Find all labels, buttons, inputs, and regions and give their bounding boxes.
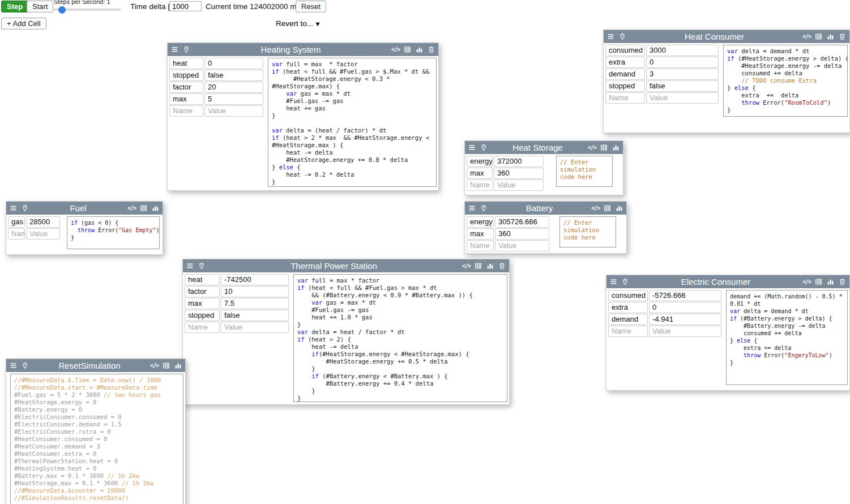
chart-view-icon[interactable] — [612, 143, 620, 152]
chart-view-icon[interactable] — [174, 361, 182, 370]
attr-name-cell[interactable]: max — [169, 93, 203, 105]
chart-view-icon[interactable] — [486, 262, 494, 270]
menu-icon[interactable] — [468, 143, 476, 152]
attr-name-cell[interactable]: max — [185, 298, 220, 309]
attr-value-cell[interactable]: Value — [494, 180, 544, 191]
revert-dropdown[interactable]: Revert to...▾ — [274, 18, 322, 29]
attr-name-cell[interactable]: extra — [608, 302, 648, 313]
attr-value-cell[interactable]: 7.5 — [221, 298, 289, 309]
attr-value-cell[interactable]: Value — [26, 228, 60, 240]
code-editor[interactable]: //#MeasureData.$.Time = Date.now() / 100… — [10, 374, 183, 504]
table-view-icon[interactable] — [474, 262, 482, 270]
code-editor[interactable]: if (gas < 0) { throw Error("Gas Empty") … — [67, 216, 160, 249]
attr-value-cell[interactable]: Value — [221, 322, 289, 333]
attr-name-cell[interactable]: energy — [467, 156, 493, 167]
pin-icon[interactable] — [182, 45, 190, 54]
pin-icon[interactable] — [20, 361, 29, 370]
attr-value-cell[interactable]: false — [221, 310, 289, 321]
table-view-icon[interactable] — [814, 277, 823, 286]
attr-value-cell[interactable]: -5726.666 — [649, 290, 721, 301]
delete-icon[interactable] — [498, 262, 506, 270]
attr-value-cell[interactable]: 3000 — [646, 45, 719, 56]
attr-value-cell[interactable]: Value — [646, 92, 719, 104]
attr-name-cell[interactable]: Name — [169, 105, 203, 117]
attr-name-cell[interactable]: stopped — [169, 70, 203, 81]
pin-icon[interactable] — [479, 143, 488, 152]
panel-header[interactable]: ResetSimulation </> — [6, 359, 185, 372]
menu-icon[interactable] — [468, 204, 476, 212]
table-view-icon[interactable] — [403, 45, 412, 54]
attr-name-cell[interactable]: Name — [605, 92, 645, 104]
attr-name-cell[interactable]: demand — [608, 314, 648, 325]
add-cell-button[interactable]: + Add Cell — [1, 18, 46, 29]
attr-value-cell[interactable]: 360 — [494, 168, 544, 179]
time-delta-input[interactable] — [169, 1, 202, 11]
attr-name-cell[interactable]: extra — [605, 57, 645, 68]
panel-header[interactable]: Electric Consumer </> — [606, 275, 849, 288]
code-view-icon[interactable]: </> — [802, 277, 811, 286]
attr-name-cell[interactable]: Name — [467, 240, 494, 251]
attr-value-cell[interactable]: Value — [204, 105, 263, 117]
attr-name-cell[interactable]: Name — [467, 180, 493, 191]
attr-name-cell[interactable]: stopped — [185, 310, 220, 321]
attr-value-cell[interactable]: 0 — [649, 302, 721, 313]
menu-icon[interactable] — [9, 361, 18, 370]
code-view-icon[interactable]: </> — [802, 32, 811, 41]
attr-value-cell[interactable]: false — [204, 70, 263, 81]
panel-header[interactable]: Battery </> — [465, 202, 626, 215]
code-view-icon[interactable]: </> — [150, 361, 159, 370]
menu-icon[interactable] — [9, 204, 18, 212]
code-view-icon[interactable]: </> — [391, 45, 400, 54]
pin-icon[interactable] — [479, 204, 488, 212]
attr-name-cell[interactable]: demand — [605, 69, 645, 80]
chart-view-icon[interactable] — [826, 32, 835, 41]
attr-name-cell[interactable]: consumed — [608, 290, 648, 301]
chart-view-icon[interactable] — [415, 45, 424, 54]
table-view-icon[interactable] — [139, 204, 148, 212]
attr-value-cell[interactable]: 0 — [646, 57, 719, 68]
code-view-icon[interactable]: </> — [462, 262, 471, 270]
table-view-icon[interactable] — [162, 361, 170, 370]
step-button[interactable]: Step — [1, 1, 28, 12]
attr-name-cell[interactable]: Name — [8, 228, 25, 240]
panel-header[interactable]: Heat Storage </> — [465, 141, 623, 154]
attr-name-cell[interactable]: consumed — [605, 45, 645, 56]
attr-name-cell[interactable]: factor — [185, 286, 220, 297]
code-editor[interactable]: var full = max * factor if (heat < full … — [268, 58, 437, 187]
code-editor[interactable]: // Enter simulation code here — [556, 156, 613, 187]
code-view-icon[interactable]: </> — [127, 204, 136, 212]
attr-name-cell[interactable]: factor — [169, 82, 203, 93]
attr-name-cell[interactable]: energy — [467, 216, 494, 228]
reset-button[interactable]: Reset — [296, 1, 326, 12]
panel-header[interactable]: Fuel </> — [6, 202, 163, 215]
panel-header[interactable]: Heat Consumer </> — [604, 30, 849, 43]
attr-name-cell[interactable]: heat — [169, 58, 203, 69]
attr-value-cell[interactable]: -742500 — [221, 274, 289, 285]
code-editor[interactable]: var delta = demand * dt if (#HeatStorage… — [723, 45, 848, 117]
attr-name-cell[interactable]: heat — [185, 274, 220, 285]
attr-name-cell[interactable]: Name — [608, 326, 648, 337]
menu-icon[interactable] — [170, 45, 179, 54]
attr-value-cell[interactable]: 0 — [204, 58, 263, 69]
code-view-icon[interactable]: </> — [591, 204, 600, 212]
panel-header[interactable]: Thermal Power Station </> — [183, 259, 509, 272]
steps-per-second-slider[interactable] — [54, 6, 121, 14]
delete-icon[interactable] — [838, 277, 847, 286]
table-view-icon[interactable] — [603, 204, 612, 212]
table-view-icon[interactable] — [600, 143, 608, 152]
panel-header[interactable]: Heating System </> — [168, 43, 438, 56]
attr-value-cell[interactable]: 360 — [495, 228, 549, 240]
pin-icon[interactable] — [20, 204, 29, 212]
chart-view-icon[interactable] — [151, 204, 160, 212]
menu-icon[interactable] — [606, 32, 615, 41]
table-view-icon[interactable] — [814, 32, 823, 41]
pin-icon[interactable] — [618, 32, 626, 41]
delete-icon[interactable] — [427, 45, 435, 54]
menu-icon[interactable] — [186, 262, 194, 270]
attr-value-cell[interactable]: 372000 — [494, 156, 544, 167]
chart-view-icon[interactable] — [615, 204, 623, 212]
code-view-icon[interactable]: </> — [588, 143, 596, 152]
delete-icon[interactable] — [838, 32, 847, 41]
attr-value-cell[interactable]: false — [646, 80, 719, 92]
attr-value-cell[interactable]: 10 — [221, 286, 289, 297]
